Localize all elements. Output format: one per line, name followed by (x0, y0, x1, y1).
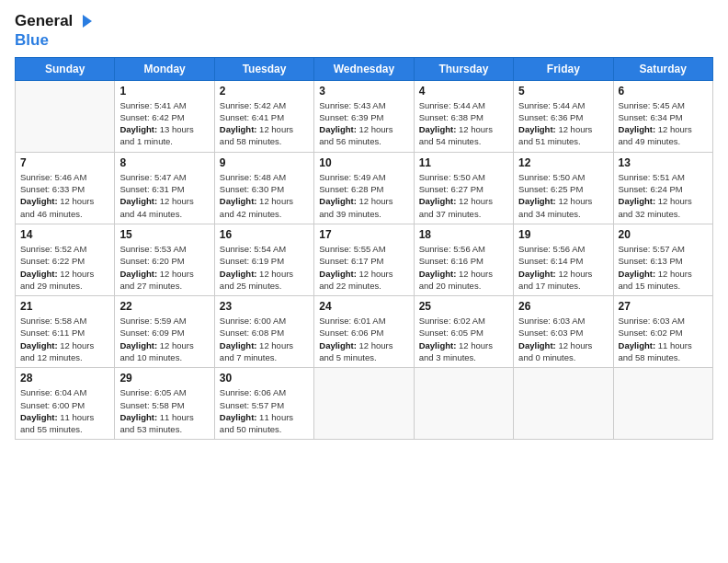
calendar-cell (16, 80, 115, 152)
day-info: Sunrise: 5:59 AMSunset: 6:09 PMDaylight:… (119, 315, 209, 363)
day-info: Sunrise: 5:45 AMSunset: 6:34 PMDaylight:… (619, 99, 708, 148)
calendar-cell: 7Sunrise: 5:46 AMSunset: 6:33 PMDaylight… (16, 152, 115, 224)
day-info: Sunrise: 5:52 AMSunset: 6:22 PMDaylight:… (20, 243, 109, 292)
calendar-cell: 8Sunrise: 5:47 AMSunset: 6:31 PMDaylight… (115, 152, 214, 224)
day-number: 29 (119, 372, 209, 385)
calendar-cell: 1Sunrise: 5:41 AMSunset: 6:42 PMDaylight… (115, 80, 214, 152)
day-number: 7 (20, 156, 109, 169)
day-number: 17 (319, 228, 408, 241)
calendar-cell: 3Sunrise: 5:43 AMSunset: 6:39 PMDaylight… (314, 80, 414, 152)
day-info: Sunrise: 5:50 AMSunset: 6:25 PMDaylight:… (518, 171, 608, 220)
calendar-cell: 14Sunrise: 5:52 AMSunset: 6:22 PMDayligh… (16, 224, 115, 295)
day-number: 13 (619, 156, 708, 169)
calendar-cell: 4Sunrise: 5:44 AMSunset: 6:38 PMDaylight… (414, 80, 513, 152)
day-info: Sunrise: 6:03 AMSunset: 6:03 PMDaylight:… (518, 315, 608, 363)
calendar-cell: 29Sunrise: 6:05 AMSunset: 5:58 PMDayligh… (115, 368, 214, 440)
calendar-cell: 16Sunrise: 5:54 AMSunset: 6:19 PMDayligh… (214, 224, 313, 295)
logo-text: General Blue (15, 11, 96, 50)
day-info: Sunrise: 5:54 AMSunset: 6:19 PMDaylight:… (220, 243, 309, 292)
day-number: 16 (220, 228, 309, 241)
day-info: Sunrise: 5:47 AMSunset: 6:31 PMDaylight:… (119, 171, 209, 220)
calendar-cell: 24Sunrise: 6:01 AMSunset: 6:06 PMDayligh… (314, 296, 414, 368)
day-info: Sunrise: 6:06 AMSunset: 5:57 PMDaylight:… (220, 386, 309, 435)
day-number: 3 (319, 85, 408, 98)
day-number: 27 (619, 300, 708, 313)
calendar-cell: 26Sunrise: 6:03 AMSunset: 6:03 PMDayligh… (514, 296, 613, 368)
day-number: 21 (20, 300, 109, 313)
calendar-table: SundayMondayTuesdayWednesdayThursdayFrid… (15, 57, 713, 441)
day-info: Sunrise: 5:44 AMSunset: 6:38 PMDaylight:… (419, 99, 508, 148)
week-row-1: 1Sunrise: 5:41 AMSunset: 6:42 PMDaylight… (16, 80, 713, 152)
day-number: 6 (619, 85, 708, 98)
day-number: 12 (518, 156, 608, 169)
calendar-cell (613, 368, 712, 440)
calendar-cell: 15Sunrise: 5:53 AMSunset: 6:20 PMDayligh… (115, 224, 214, 295)
day-number: 10 (319, 156, 408, 169)
day-number: 19 (518, 228, 608, 241)
calendar-cell: 30Sunrise: 6:06 AMSunset: 5:57 PMDayligh… (214, 368, 313, 440)
day-number: 23 (220, 300, 309, 313)
calendar-cell: 20Sunrise: 5:57 AMSunset: 6:13 PMDayligh… (613, 224, 712, 295)
day-info: Sunrise: 5:44 AMSunset: 6:36 PMDaylight:… (518, 99, 608, 148)
day-info: Sunrise: 6:02 AMSunset: 6:05 PMDaylight:… (419, 315, 508, 363)
day-info: Sunrise: 5:46 AMSunset: 6:33 PMDaylight:… (20, 171, 109, 220)
day-number: 30 (220, 372, 309, 385)
calendar-cell (514, 368, 613, 440)
svg-marker-0 (83, 15, 92, 28)
weekday-header-friday: Friday (514, 57, 613, 80)
calendar-cell: 6Sunrise: 5:45 AMSunset: 6:34 PMDaylight… (613, 80, 712, 152)
day-number: 28 (20, 372, 109, 385)
calendar-page: General Blue SundayMondayTuesdayWednesda… (0, 0, 728, 563)
weekday-header-thursday: Thursday (414, 57, 513, 80)
calendar-cell: 28Sunrise: 6:04 AMSunset: 6:00 PMDayligh… (16, 368, 115, 440)
weekday-header-monday: Monday (115, 57, 214, 80)
calendar-cell: 17Sunrise: 5:55 AMSunset: 6:17 PMDayligh… (314, 224, 414, 295)
calendar-cell: 12Sunrise: 5:50 AMSunset: 6:25 PMDayligh… (514, 152, 613, 224)
calendar-cell: 22Sunrise: 5:59 AMSunset: 6:09 PMDayligh… (115, 296, 214, 368)
day-info: Sunrise: 5:51 AMSunset: 6:24 PMDaylight:… (619, 171, 708, 220)
header: General Blue (15, 11, 713, 50)
week-row-4: 21Sunrise: 5:58 AMSunset: 6:11 PMDayligh… (16, 296, 713, 368)
day-info: Sunrise: 5:57 AMSunset: 6:13 PMDaylight:… (619, 243, 708, 292)
day-number: 9 (220, 156, 309, 169)
day-number: 25 (419, 300, 508, 313)
day-info: Sunrise: 6:00 AMSunset: 6:08 PMDaylight:… (220, 315, 309, 363)
day-info: Sunrise: 5:49 AMSunset: 6:28 PMDaylight:… (319, 171, 408, 220)
weekday-header-tuesday: Tuesday (214, 57, 313, 80)
day-number: 18 (419, 228, 508, 241)
calendar-cell: 2Sunrise: 5:42 AMSunset: 6:41 PMDaylight… (214, 80, 313, 152)
day-info: Sunrise: 5:41 AMSunset: 6:42 PMDaylight:… (119, 99, 209, 148)
day-info: Sunrise: 5:50 AMSunset: 6:27 PMDaylight:… (419, 171, 508, 220)
day-info: Sunrise: 5:42 AMSunset: 6:41 PMDaylight:… (220, 99, 309, 148)
day-number: 11 (419, 156, 508, 169)
day-number: 5 (518, 85, 608, 98)
week-row-3: 14Sunrise: 5:52 AMSunset: 6:22 PMDayligh… (16, 224, 713, 295)
calendar-cell (414, 368, 513, 440)
calendar-cell: 25Sunrise: 6:02 AMSunset: 6:05 PMDayligh… (414, 296, 513, 368)
week-row-2: 7Sunrise: 5:46 AMSunset: 6:33 PMDaylight… (16, 152, 713, 224)
day-info: Sunrise: 5:56 AMSunset: 6:14 PMDaylight:… (518, 243, 608, 292)
day-number: 26 (518, 300, 608, 313)
day-number: 24 (319, 300, 408, 313)
logo: General Blue (15, 11, 96, 50)
calendar-cell: 11Sunrise: 5:50 AMSunset: 6:27 PMDayligh… (414, 152, 513, 224)
logo-arrow-icon (75, 11, 96, 31)
day-number: 15 (119, 228, 209, 241)
calendar-cell: 27Sunrise: 6:03 AMSunset: 6:02 PMDayligh… (613, 296, 712, 368)
day-info: Sunrise: 5:56 AMSunset: 6:16 PMDaylight:… (419, 243, 508, 292)
day-info: Sunrise: 5:43 AMSunset: 6:39 PMDaylight:… (319, 99, 408, 148)
calendar-cell: 5Sunrise: 5:44 AMSunset: 6:36 PMDaylight… (514, 80, 613, 152)
day-info: Sunrise: 6:01 AMSunset: 6:06 PMDaylight:… (319, 315, 408, 363)
day-number: 20 (619, 228, 708, 241)
weekday-header-sunday: Sunday (16, 57, 115, 80)
calendar-cell (314, 368, 414, 440)
calendar-cell: 21Sunrise: 5:58 AMSunset: 6:11 PMDayligh… (16, 296, 115, 368)
day-number: 14 (20, 228, 109, 241)
day-number: 8 (119, 156, 209, 169)
calendar-cell: 9Sunrise: 5:48 AMSunset: 6:30 PMDaylight… (214, 152, 313, 224)
weekday-header-saturday: Saturday (613, 57, 712, 80)
day-info: Sunrise: 5:48 AMSunset: 6:30 PMDaylight:… (220, 171, 309, 220)
weekday-header-row: SundayMondayTuesdayWednesdayThursdayFrid… (16, 57, 713, 80)
day-info: Sunrise: 5:58 AMSunset: 6:11 PMDaylight:… (20, 315, 109, 363)
calendar-cell: 18Sunrise: 5:56 AMSunset: 6:16 PMDayligh… (414, 224, 513, 295)
